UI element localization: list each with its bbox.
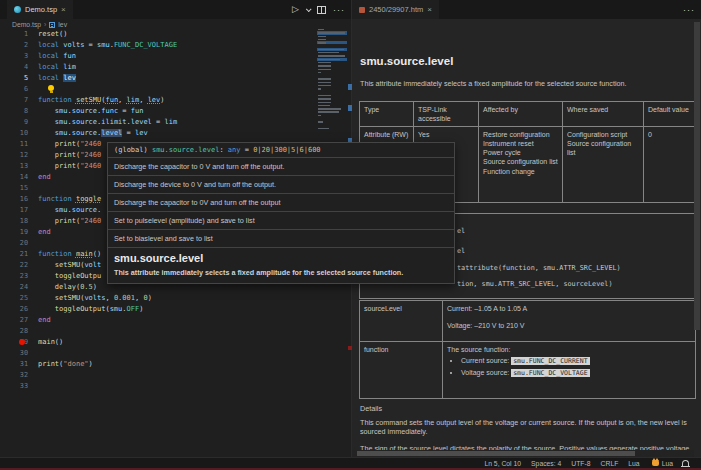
horizontal-scrollbar-thumb[interactable]: [357, 451, 635, 456]
more-actions-icon[interactable]: ···: [683, 5, 695, 15]
code-token: source: [72, 107, 97, 115]
hover-popup: (global) smu.source.level: any = 0|20|30…: [107, 142, 455, 284]
hover-doc-block: smu.source.level This attribute immediat…: [108, 247, 454, 283]
code-line[interactable]: 7function setSMU(fun, lim, lev): [0, 94, 316, 105]
code-line[interactable]: 32: [0, 369, 316, 380]
code-line[interactable]: 33: [0, 380, 316, 391]
minimap-bar: [318, 36, 326, 37]
code-token: 0.5: [80, 283, 93, 291]
table-cell: Restore configurationInstrument resetPow…: [479, 127, 563, 203]
run-button[interactable]: ▷: [292, 5, 299, 14]
param-name-cell: function: [360, 342, 443, 399]
breadcrumb-file[interactable]: Demo.tsp: [12, 21, 41, 28]
code-line[interactable]: 29main(): [0, 336, 316, 347]
code-line[interactable]: 31print("done"): [0, 358, 316, 369]
code-token: lev: [135, 129, 148, 137]
breadcrumb-symbol[interactable]: lev: [58, 21, 67, 28]
code-token: fun: [63, 52, 76, 60]
minimap-bar: [318, 111, 339, 112]
code-token: main: [38, 338, 55, 346]
usage-code-fragment: el: [457, 247, 465, 255]
minimap-bar: [318, 85, 331, 86]
code-token: local: [38, 41, 63, 49]
status-item[interactable]: CRLF: [596, 460, 624, 467]
minimap[interactable]: [317, 28, 347, 137]
code-line[interactable]: 27end: [0, 314, 316, 325]
code-line[interactable]: 1reset(): [0, 28, 316, 39]
tab-demo-tsp[interactable]: Demo.tsp ×: [7, 0, 73, 19]
code-token: setSMU: [55, 294, 80, 302]
minimap-bar: [318, 62, 331, 63]
param-name-cell: sourceLevel: [360, 301, 443, 342]
status-item[interactable]: UTF-8: [566, 460, 595, 467]
code-line[interactable]: 4local lim: [0, 61, 316, 72]
horizontal-scrollbar[interactable]: [352, 450, 694, 457]
tab-label: Demo.tsp: [25, 5, 57, 14]
status-item[interactable]: Lua: [623, 460, 644, 467]
minimap-bar: [318, 82, 331, 83]
code-token: lim: [127, 96, 140, 104]
code-token: function: [38, 96, 76, 104]
code-token: source: [72, 129, 97, 137]
code-token: ): [160, 96, 164, 104]
cell-line: Instrument reset: [483, 139, 558, 148]
code-token: smu: [97, 41, 110, 49]
lua-extension-status[interactable]: Lua: [647, 460, 678, 467]
cell-line: The source function:: [447, 345, 691, 354]
code-token: [38, 107, 55, 115]
vertical-scrollbar-thumb[interactable]: [694, 22, 700, 330]
code-token: lev: [148, 96, 161, 104]
code-line[interactable]: 6: [0, 83, 316, 94]
line-number: 20: [0, 239, 38, 247]
code-line[interactable]: 3local fun: [0, 50, 316, 61]
tab-htm-doc[interactable]: 2450/29907.htm ×: [352, 0, 439, 19]
code-token: func: [101, 107, 118, 115]
close-icon[interactable]: ×: [427, 5, 432, 14]
code-line[interactable]: 5local lev: [0, 72, 316, 83]
code-token: smu: [55, 206, 68, 214]
code-token: delay: [55, 283, 76, 291]
code-token: "2460: [80, 217, 101, 225]
code-line[interactable]: 25 setSMU(volts, 0.001, 0): [0, 292, 316, 303]
code-token: ): [148, 294, 152, 302]
usage-code-fragment: tion, smu.ATTR_SRC_LEVEL, sourceLevel): [457, 280, 613, 288]
param-bullet: Voltage source: smu.FUNC_DC_VOLTAGE: [461, 368, 691, 377]
status-item[interactable]: Ln 5, Col 10: [479, 460, 526, 467]
code-line[interactable]: 28: [0, 325, 316, 336]
code-token: [38, 206, 55, 214]
code-line[interactable]: 2local volts = smu.FUNC_DC_VOLTAGE: [0, 39, 316, 50]
close-icon[interactable]: ×: [61, 5, 66, 14]
code-token: setSMU: [55, 261, 80, 269]
line-number: 25: [0, 294, 38, 302]
status-item[interactable]: Spaces: 4: [526, 460, 566, 467]
code-token: [38, 294, 55, 302]
split-editor-icon[interactable]: [317, 6, 326, 14]
code-token: [38, 305, 55, 313]
code-token: level: [131, 118, 152, 126]
chevron-down-icon[interactable]: [306, 6, 312, 12]
breakpoint-icon[interactable]: [19, 339, 25, 345]
code-line[interactable]: 9 smu.source.ilimit.level = lim: [0, 116, 316, 127]
line-number: 10: [0, 129, 38, 137]
more-actions-icon[interactable]: ···: [333, 5, 345, 15]
lua-cat-icon: [652, 460, 659, 466]
code-token: smu: [110, 305, 123, 313]
code-line[interactable]: 30: [0, 347, 316, 358]
code-token: "2460: [80, 162, 101, 170]
line-number: 30: [0, 349, 38, 357]
table-cell: Configuration scriptSource configuration…: [563, 127, 644, 203]
bullet-label: Voltage source:: [461, 369, 511, 376]
code-line[interactable]: 26 toggleOutput(smu.OFF): [0, 303, 316, 314]
line-number: 1: [0, 30, 38, 38]
cell-line: Configuration script: [567, 130, 639, 139]
code-line[interactable]: 10 smu.source.level = lev: [0, 127, 316, 138]
lua-ext-label: Lua: [662, 460, 673, 467]
table-cell: 0: [644, 127, 696, 203]
minimap-bar: [318, 65, 331, 66]
bell-icon[interactable]: [682, 460, 689, 466]
line-number: 23: [0, 272, 38, 280]
lightbulb-icon[interactable]: [48, 85, 54, 91]
line-number: 13: [0, 162, 38, 170]
code-token: print: [55, 140, 76, 148]
code-line[interactable]: 8 smu.source.func = fun: [0, 105, 316, 116]
